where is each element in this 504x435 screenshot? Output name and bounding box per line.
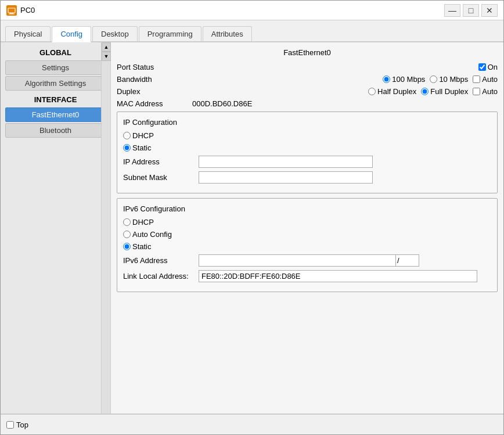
- ip-dhcp-text: DHCP: [132, 131, 154, 140]
- title-bar: PC0 — □ ✕: [1, 1, 503, 20]
- ipv6-dhcp-label[interactable]: DHCP: [123, 218, 154, 227]
- ip-address-label: IP Address: [123, 157, 199, 166]
- sidebar-scrollbar[interactable]: ▲ ▼: [101, 42, 110, 414]
- ip-address-input[interactable]: [199, 156, 373, 168]
- subnet-mask-row: Subnet Mask: [123, 171, 491, 184]
- tab-physical[interactable]: Physical: [5, 26, 51, 41]
- ipv6-address-label: IPv6 Address: [123, 256, 199, 265]
- sidebar-item-bluetooth[interactable]: Bluetooth: [5, 123, 106, 138]
- sidebar-item-fastethernet0[interactable]: FastEthernet0: [5, 107, 106, 122]
- mac-address-controls: 000D.BD60.D86E: [192, 99, 498, 108]
- ipv6-config-title: IPv6 Configuration: [123, 204, 491, 213]
- sidebar-item-algorithm-settings[interactable]: Algorithm Settings: [5, 76, 106, 91]
- ip-static-label[interactable]: Static: [123, 143, 152, 152]
- ip-dhcp-radio[interactable]: [123, 132, 131, 139]
- ipv6-static-label[interactable]: Static: [123, 242, 152, 251]
- subnet-mask-input[interactable]: [199, 171, 373, 184]
- ipv6-auto-radio[interactable]: [123, 231, 131, 238]
- full-duplex-radio[interactable]: [421, 88, 429, 95]
- ipv6-dhcp-row: DHCP: [123, 218, 491, 227]
- link-local-input[interactable]: [199, 270, 477, 282]
- ipv6-auto-row: Auto Config: [123, 230, 491, 239]
- sidebar-item-settings[interactable]: Settings: [5, 60, 106, 75]
- mac-address-value: 000D.BD60.D86E: [192, 99, 252, 108]
- top-checkbox-text: Top: [16, 420, 28, 429]
- duplex-auto-text: Auto: [482, 87, 498, 96]
- duplex-auto-label[interactable]: Auto: [473, 87, 498, 96]
- ip-static-radio[interactable]: [123, 144, 131, 152]
- ip-static-row: Static: [123, 143, 491, 152]
- ipv6-address-row: IPv6 Address: [123, 254, 491, 267]
- mac-address-label: MAC Address: [117, 99, 192, 108]
- bandwidth-auto-text: Auto: [482, 75, 498, 84]
- tab-config[interactable]: Config: [52, 26, 91, 42]
- scroll-up-arrow[interactable]: ▲: [102, 42, 111, 52]
- port-status-on-label[interactable]: On: [478, 63, 498, 71]
- bandwidth-label: Bandwidth: [117, 75, 192, 84]
- tab-bar: Physical Config Desktop Programming Attr…: [1, 20, 503, 42]
- port-status-controls: On: [192, 63, 498, 71]
- close-button[interactable]: ✕: [481, 4, 498, 17]
- title-controls: — □ ✕: [444, 4, 498, 17]
- bottom-bar: Top: [1, 414, 503, 434]
- ipv6-dhcp-radio[interactable]: [123, 218, 131, 226]
- panel-title: FastEthernet0: [117, 48, 498, 57]
- ipv6-prefix-input[interactable]: [396, 254, 419, 267]
- duplex-controls: Half Duplex Full Duplex Auto: [192, 87, 498, 96]
- port-status-label: Port Status: [117, 63, 192, 71]
- top-checkbox[interactable]: [6, 421, 14, 429]
- half-duplex-text: Half Duplex: [377, 87, 416, 96]
- ip-address-row: IP Address: [123, 156, 491, 168]
- ipv6-static-radio[interactable]: [123, 243, 131, 250]
- duplex-label: Duplex: [117, 87, 192, 96]
- ip-dhcp-row: DHCP: [123, 131, 491, 140]
- minimize-button[interactable]: —: [444, 4, 460, 17]
- ipv6-auto-text: Auto Config: [132, 230, 172, 239]
- full-duplex-label[interactable]: Full Duplex: [421, 87, 468, 96]
- mac-address-row: MAC Address 000D.BD60.D86E: [117, 99, 498, 108]
- window-title: PC0: [20, 6, 35, 15]
- tab-attributes[interactable]: Attributes: [203, 26, 252, 41]
- bandwidth-auto-label[interactable]: Auto: [473, 75, 498, 84]
- maximize-button[interactable]: □: [463, 4, 479, 17]
- ip-static-text: Static: [132, 143, 152, 152]
- app-icon: [6, 5, 17, 16]
- half-duplex-label[interactable]: Half Duplex: [368, 87, 416, 96]
- full-duplex-text: Full Duplex: [430, 87, 468, 96]
- bandwidth-100mbps-radio[interactable]: [383, 76, 390, 83]
- ipv6-address-input[interactable]: [199, 254, 396, 267]
- main-panel: FastEthernet0 Port Status On Bandwidth: [111, 42, 503, 414]
- tab-programming[interactable]: Programming: [139, 26, 201, 41]
- half-duplex-radio[interactable]: [368, 88, 376, 95]
- bandwidth-auto-checkbox[interactable]: [473, 76, 480, 83]
- duplex-row: Duplex Half Duplex Full Duplex Auto: [117, 87, 498, 96]
- ip-config-section: IP Configuration DHCP Static IP Address: [117, 112, 498, 193]
- duplex-auto-checkbox[interactable]: [473, 88, 480, 95]
- ipv6-auto-label[interactable]: Auto Config: [123, 230, 172, 239]
- port-status-checkbox[interactable]: [478, 63, 486, 71]
- top-checkbox-label[interactable]: Top: [6, 420, 28, 429]
- svg-rect-1: [10, 13, 13, 14]
- ipv6-address-container: [199, 254, 419, 267]
- svg-rect-2: [9, 13, 15, 14]
- ipv6-config-section: IPv6 Configuration DHCP Auto Config: [117, 198, 498, 292]
- bandwidth-100mbps-label[interactable]: 100 Mbps: [383, 75, 425, 84]
- port-status-on-text: On: [488, 63, 498, 71]
- ip-dhcp-label[interactable]: DHCP: [123, 131, 154, 140]
- bandwidth-100mbps-text: 100 Mbps: [392, 75, 425, 84]
- interface-header: INTERFACE: [5, 93, 106, 106]
- tab-desktop[interactable]: Desktop: [92, 26, 138, 41]
- main-window: PC0 — □ ✕ Physical Config Desktop Progra…: [0, 0, 504, 435]
- scroll-down-arrow[interactable]: ▼: [102, 52, 111, 61]
- subnet-mask-label: Subnet Mask: [123, 173, 199, 182]
- bandwidth-controls: 100 Mbps 10 Mbps Auto: [192, 75, 498, 84]
- bandwidth-10mbps-text: 10 Mbps: [439, 75, 468, 84]
- bandwidth-10mbps-label[interactable]: 10 Mbps: [430, 75, 468, 84]
- link-local-row: Link Local Address:: [123, 270, 491, 282]
- global-header: GLOBAL: [5, 46, 106, 59]
- sidebar: GLOBAL Settings Algorithm Settings INTER…: [1, 42, 111, 414]
- bandwidth-10mbps-radio[interactable]: [430, 76, 437, 83]
- ipv6-static-row: Static: [123, 242, 491, 251]
- content-area: GLOBAL Settings Algorithm Settings INTER…: [1, 42, 503, 414]
- bandwidth-row: Bandwidth 100 Mbps 10 Mbps Auto: [117, 75, 498, 84]
